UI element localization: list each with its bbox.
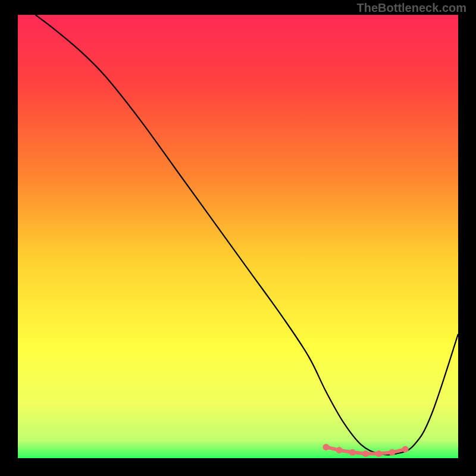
trough-marker — [389, 449, 396, 456]
plot-background — [18, 15, 458, 458]
trough-marker — [323, 444, 330, 450]
trough-marker — [402, 446, 409, 453]
watermark-text: TheBottleneck.com — [357, 1, 466, 15]
trough-marker — [362, 450, 369, 457]
trough-marker — [375, 450, 382, 457]
trough-marker — [336, 447, 343, 453]
trough-marker — [349, 449, 356, 456]
chart-container: TheBottleneck.com — [0, 0, 476, 476]
chart-plot — [0, 0, 476, 476]
